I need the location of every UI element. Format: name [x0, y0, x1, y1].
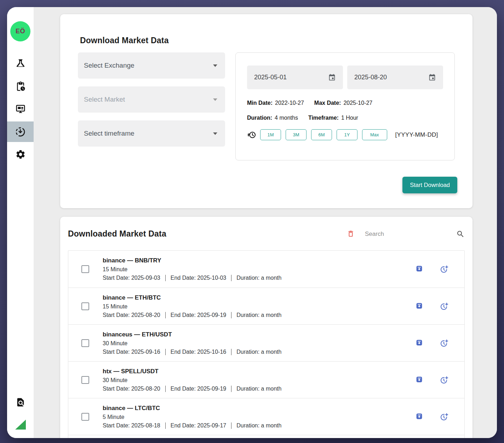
min-max-date-line: Min Date:2022-10-27 Max Date:2025-10-27 [247, 100, 443, 106]
row-details: Start Date: 2025-09-03 End Date: 2025-10… [103, 275, 281, 281]
row-extend-time-button[interactable] [440, 339, 448, 347]
chevron-down-icon [213, 132, 217, 135]
sidebar-item-dashboard[interactable] [15, 103, 27, 115]
row-interval: 5 Minute [103, 414, 281, 420]
range-6m-button[interactable]: 6M [311, 129, 332, 140]
downloaded-market-data-card: Downloaded Market Data binance — BNB/TRY [60, 217, 472, 438]
min-date-label: Min Date: [247, 100, 273, 106]
sidebar-item-find-in-page[interactable] [15, 396, 27, 408]
main-content: Download Market Data Select Exchange Sel… [34, 7, 497, 438]
delete-selected-button[interactable] [346, 230, 355, 238]
start-download-button[interactable]: Start Download [402, 177, 457, 193]
range-1m-button[interactable]: 1M [260, 129, 281, 140]
row-duration: Duration: a month [231, 312, 281, 318]
search-icon[interactable] [456, 230, 465, 238]
row-checkbox[interactable] [81, 265, 89, 273]
select-timeframe-dropdown[interactable]: Select timeframe [78, 120, 225, 147]
row-extend-time-button[interactable] [440, 302, 448, 311]
list-header: Downloaded Market Data [68, 217, 465, 239]
row-end-date: End Date: 2025-09-19 [165, 386, 226, 392]
end-date-value: 2025-08-20 [354, 74, 387, 81]
calendar-icon [428, 74, 436, 81]
header-actions [346, 230, 465, 238]
end-date-input[interactable]: 2025-08-20 [347, 66, 443, 89]
max-date-label: Max Date: [314, 100, 341, 106]
search-input[interactable] [365, 231, 456, 238]
sidebar: EÖ [7, 7, 34, 438]
row-download-button[interactable] [415, 413, 423, 421]
range-3m-button[interactable]: 3M [286, 129, 307, 140]
row-interval: 30 Minute [103, 340, 281, 347]
row-details: Start Date: 2025-08-18 End Date: 2025-09… [103, 422, 281, 429]
table-row: binance — ETH/BTC 15 Minute Start Date: … [68, 288, 464, 324]
row-checkbox[interactable] [81, 339, 89, 347]
row-checkbox[interactable] [81, 413, 89, 421]
select-exchange-dropdown[interactable]: Select Exchange [78, 52, 225, 79]
range-1y-button[interactable]: 1Y [337, 129, 357, 140]
row-checkbox[interactable] [81, 302, 89, 310]
sidebar-item-scheduled-tasks[interactable] [15, 80, 27, 92]
min-date-value: 2022-10-27 [275, 100, 304, 106]
download-box-icon [416, 413, 423, 420]
select-timeframe-label: Select timeframe [84, 130, 134, 137]
science-flask-icon [15, 58, 26, 69]
select-market-dropdown[interactable]: Select Market [78, 86, 225, 113]
max-date-value: 2025-10-27 [343, 100, 372, 106]
table-row: binanceus — ETH/USDT 30 Minute Start Dat… [68, 324, 464, 361]
sidebar-item-downloads[interactable] [7, 121, 34, 142]
table-row: binance — LTC/BTC 5 Minute Start Date: 2… [68, 398, 464, 435]
download-form: Select Exchange Select Market Select tim… [78, 52, 457, 160]
row-extend-time-button[interactable] [440, 265, 448, 273]
row-title: binance — LTC/BTC [103, 405, 281, 412]
chevron-down-icon [213, 64, 217, 67]
download-box-icon [416, 376, 423, 383]
select-market-label: Select Market [84, 96, 125, 103]
row-start-date: Start Date: 2025-08-18 [103, 422, 160, 429]
row-download-button[interactable] [415, 302, 423, 311]
row-download-button[interactable] [415, 376, 423, 384]
quick-range-row: 1M 3M 6M 1Y Max [YYYY-MM-DD] [247, 129, 443, 140]
range-max-button[interactable]: Max [362, 129, 387, 140]
table-row: binance — BNB/TRY 15 Minute Start Date: … [68, 251, 464, 288]
clock-plus-icon [440, 265, 448, 273]
list-title: Downloaded Market Data [68, 229, 166, 239]
row-title: binance — BNB/TRY [103, 257, 281, 264]
pending-actions-icon [15, 81, 26, 92]
row-end-date: End Date: 2025-09-17 [165, 422, 226, 429]
duration-value: 4 months [275, 115, 298, 121]
row-interval: 15 Minute [103, 266, 281, 273]
row-details: Start Date: 2025-08-20 End Date: 2025-09… [103, 386, 281, 392]
duration-label: Duration: [247, 115, 272, 121]
chevron-down-icon [213, 98, 217, 101]
quick-range-buttons: 1M 3M 6M 1Y Max [260, 129, 387, 140]
row-end-date: End Date: 2025-10-03 [165, 275, 226, 281]
dashboard-monitor-icon [15, 104, 26, 114]
row-extend-time-button[interactable] [440, 376, 448, 384]
trash-icon [347, 230, 355, 238]
row-end-date: End Date: 2025-09-19 [165, 312, 226, 318]
row-download-button[interactable] [415, 265, 423, 273]
timeframe-label: Timeframe: [308, 115, 339, 121]
history-clock-icon [247, 130, 256, 140]
row-details: Start Date: 2025-09-16 End Date: 2025-10… [103, 349, 281, 355]
row-start-date: Start Date: 2025-08-20 [103, 386, 160, 392]
start-date-input[interactable]: 2025-05-01 [247, 66, 343, 89]
date-format-hint: [YYYY-MM-DD] [395, 131, 438, 138]
row-download-button[interactable] [415, 339, 423, 347]
date-inputs: 2025-05-01 2025-08-20 [247, 66, 443, 89]
clock-plus-icon [440, 339, 448, 347]
page-title: Download Market Data [80, 36, 457, 45]
avatar[interactable]: EÖ [10, 21, 30, 41]
search-field [365, 230, 465, 238]
row-extend-time-button[interactable] [440, 413, 448, 421]
calendar-icon [328, 74, 336, 81]
sidebar-item-settings[interactable] [15, 148, 27, 160]
app-window: EÖ [7, 7, 497, 438]
sidebar-item-science[interactable] [15, 58, 27, 70]
row-title: binance — ETH/BTC [103, 294, 281, 301]
download-box-icon [416, 265, 423, 272]
row-checkbox[interactable] [81, 376, 89, 384]
row-start-date: Start Date: 2025-08-20 [103, 312, 160, 318]
clock-plus-icon [440, 376, 448, 384]
resize-triangle-icon [15, 420, 26, 430]
